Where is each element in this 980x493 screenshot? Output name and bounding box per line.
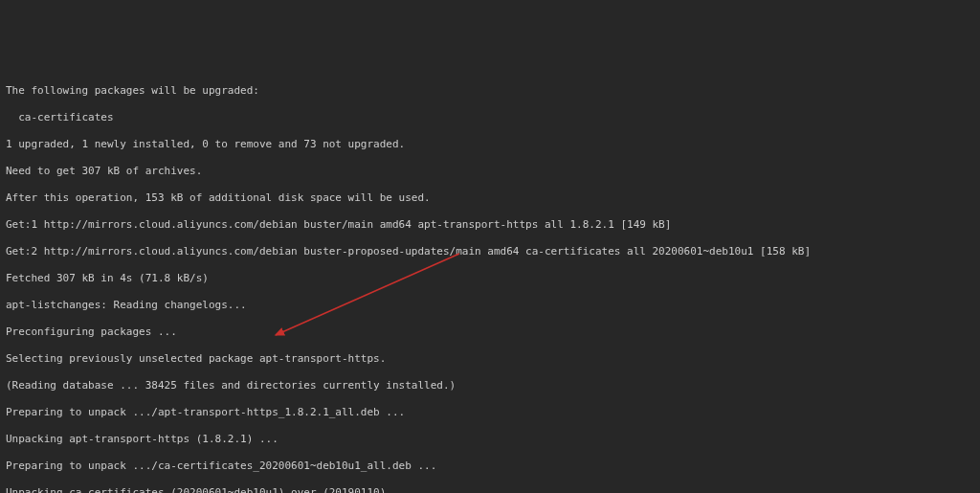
output-line: Selecting previously unselected package … — [6, 352, 974, 366]
output-line: Preconfiguring packages ... — [6, 325, 974, 339]
output-line: Get:2 http://mirrors.cloud.aliyuncs.com/… — [6, 245, 974, 258]
terminal-output[interactable]: The following packages will be upgraded:… — [0, 67, 980, 493]
output-line: (Reading database ... 38425 files and di… — [6, 379, 974, 392]
output-line: apt-listchanges: Reading changelogs... — [6, 299, 974, 312]
output-line: Unpacking ca-certificates (20200601~deb1… — [6, 486, 974, 493]
output-line: Preparing to unpack .../ca-certificates_… — [6, 459, 974, 473]
output-line: Fetched 307 kB in 4s (71.8 kB/s) — [6, 272, 974, 285]
output-line: 1 upgraded, 1 newly installed, 0 to remo… — [6, 138, 974, 151]
output-line: Unpacking apt-transport-https (1.8.2.1) … — [6, 433, 974, 446]
output-line: Preparing to unpack .../apt-transport-ht… — [6, 406, 974, 419]
output-line: ca-certificates — [6, 111, 974, 124]
output-line: The following packages will be upgraded: — [6, 84, 974, 98]
output-line: Need to get 307 kB of archives. — [6, 165, 974, 178]
output-line: After this operation, 153 kB of addition… — [6, 191, 974, 205]
output-line: Get:1 http://mirrors.cloud.aliyuncs.com/… — [6, 218, 974, 232]
